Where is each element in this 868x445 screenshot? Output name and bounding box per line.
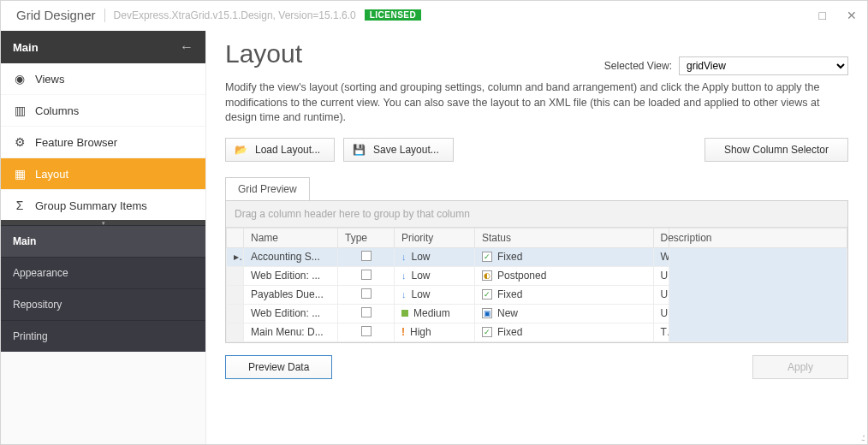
cell-priority[interactable]: Medium: [395, 304, 475, 323]
group-printing[interactable]: Printing: [1, 320, 205, 352]
sidebar-item-label: Columns: [35, 104, 79, 117]
vertical-scrollbar[interactable]: [669, 247, 847, 341]
sidebar-item-label: Layout: [35, 168, 68, 181]
grid-preview: Drag a column header here to group by th…: [225, 200, 848, 343]
tab-grid-preview[interactable]: Grid Preview: [225, 177, 310, 200]
group-appearance[interactable]: Appearance: [1, 257, 205, 288]
eye-icon: ◉: [13, 72, 27, 86]
checkbox-icon[interactable]: [361, 288, 372, 299]
priority-high-icon: !: [401, 326, 405, 338]
footer: Preview Data Apply: [225, 343, 848, 379]
checkbox-icon[interactable]: [361, 326, 372, 336]
cell-status[interactable]: ▣New: [475, 304, 654, 323]
cell-type[interactable]: [338, 247, 395, 266]
cell-status[interactable]: ✓Fixed: [475, 247, 654, 266]
sidebar-item-views[interactable]: ◉ Views: [1, 63, 205, 95]
col-description[interactable]: Description: [653, 228, 669, 247]
cell-description[interactable]: When entering a new transaction into the…: [653, 247, 669, 266]
status-fixed-icon: ✓: [482, 252, 492, 262]
col-priority[interactable]: Priority: [395, 228, 475, 247]
cell-name[interactable]: Payables Due...: [244, 285, 338, 304]
tabs: Grid Preview: [225, 177, 848, 200]
save-layout-button[interactable]: 💾 Save Layout...: [343, 138, 454, 162]
expand-handle[interactable]: [1, 220, 205, 225]
group-main[interactable]: Main: [1, 225, 205, 257]
status-new-icon: ▣: [482, 308, 492, 318]
layout-icon: ▦: [13, 167, 27, 181]
sidebar-item-group-summary[interactable]: Σ Group Summary Items: [1, 190, 205, 225]
status-fixed-icon: ✓: [482, 327, 492, 337]
cell-name[interactable]: Web Edition: ...: [244, 304, 338, 323]
group-repository[interactable]: Repository: [1, 288, 205, 320]
preview-data-button[interactable]: Preview Data: [225, 355, 332, 379]
show-column-selector-button[interactable]: Show Column Selector: [705, 138, 848, 162]
sidebar-items: ◉ Views ▥ Columns ⚙ Feature Browser ▦ La…: [1, 63, 205, 225]
col-status[interactable]: Status: [475, 228, 654, 247]
maximize-icon[interactable]: □: [819, 9, 826, 22]
cell-status[interactable]: ◐Postponed: [475, 266, 654, 285]
save-icon: 💾: [353, 144, 365, 156]
sidebar-title: Main: [13, 41, 39, 54]
sidebar-item-label: Feature Browser: [35, 136, 117, 149]
sidebar: Main ← ◉ Views ▥ Columns ⚙ Feature Brows…: [1, 31, 206, 444]
app-title: Grid Designer: [16, 8, 96, 22]
indicator-header: [227, 228, 244, 247]
cell-priority[interactable]: !High: [395, 323, 475, 341]
column-headers: Name Type Priority Status Description: [227, 228, 847, 247]
cell-type[interactable]: [338, 304, 395, 323]
back-arrow-icon[interactable]: ←: [180, 39, 193, 55]
gear-icon: ⚙: [13, 135, 27, 149]
selected-view-label: Selected View:: [604, 60, 672, 72]
priority-medium-icon: [401, 310, 408, 317]
cell-description[interactable]: Unable to search for transactions via th…: [653, 304, 669, 323]
cell-type[interactable]: [338, 266, 395, 285]
sigma-icon: Σ: [13, 199, 27, 212]
cell-type[interactable]: [338, 323, 395, 341]
table-row[interactable]: ▸ Accounting S... ↓Low ✓Fixed When enter…: [227, 247, 847, 266]
load-layout-button[interactable]: 📂 Load Layout...: [225, 138, 335, 162]
columns-icon: ▥: [13, 104, 27, 117]
selected-view-dropdown[interactable]: gridView: [679, 56, 848, 75]
cell-description[interactable]: There are duplicate items in the main me…: [653, 323, 669, 341]
cell-name[interactable]: Main Menu: D...: [244, 323, 338, 341]
main-content: Layout Selected View: gridView Modify th…: [206, 31, 867, 444]
cell-name[interactable]: Web Edition: ...: [244, 266, 338, 285]
designer-window: Grid Designer DevExpress.XtraGrid.v15.1.…: [0, 0, 868, 445]
sidebar-item-label: Views: [35, 73, 64, 86]
cell-priority[interactable]: ↓Low: [395, 247, 475, 266]
resize-grip-icon[interactable]: .::: [861, 432, 864, 442]
checkbox-icon[interactable]: [361, 251, 372, 261]
cell-priority[interactable]: ↓Low: [395, 266, 475, 285]
cell-status[interactable]: ✓Fixed: [475, 323, 654, 341]
cell-status[interactable]: ✓Fixed: [475, 285, 654, 304]
titlebar: Grid Designer DevExpress.XtraGrid.v15.1.…: [1, 1, 867, 31]
button-label: Load Layout...: [255, 144, 320, 156]
sidebar-item-layout[interactable]: ▦ Layout: [1, 158, 205, 190]
priority-low-icon: ↓: [401, 270, 407, 281]
sidebar-item-label: Group Summary Items: [35, 199, 147, 212]
sidebar-item-columns[interactable]: ▥ Columns: [1, 95, 205, 127]
page-heading: Layout: [225, 39, 302, 68]
button-label: Show Column Selector: [724, 144, 829, 156]
folder-open-icon: 📂: [235, 144, 247, 156]
col-type[interactable]: Type: [338, 228, 395, 247]
close-icon[interactable]: ✕: [847, 9, 857, 22]
checkbox-icon[interactable]: [361, 307, 372, 317]
sidebar-groups: Main Appearance Repository Printing: [1, 225, 205, 352]
cell-description[interactable]: Unable to enter data into the web editio…: [653, 266, 669, 285]
group-by-bar[interactable]: Drag a column header here to group by th…: [226, 201, 847, 228]
sidebar-header: Main ←: [1, 31, 205, 63]
cell-priority[interactable]: ↓Low: [395, 285, 475, 304]
sidebar-item-feature-browser[interactable]: ⚙ Feature Browser: [1, 127, 205, 158]
cell-type[interactable]: [338, 285, 395, 304]
current-row-indicator-icon: ▸: [227, 247, 244, 266]
status-fixed-icon: ✓: [482, 289, 492, 300]
cell-description[interactable]: Unable to calculate payables due.: [653, 285, 669, 304]
toolbar: 📂 Load Layout... 💾 Save Layout... Show C…: [225, 138, 848, 162]
status-postponed-icon: ◐: [482, 270, 492, 281]
checkbox-icon[interactable]: [361, 270, 372, 280]
page-description: Modify the view's layout (sorting and gr…: [225, 80, 848, 126]
cell-name[interactable]: Accounting S...: [244, 247, 338, 266]
col-name[interactable]: Name: [244, 228, 338, 247]
button-label: Save Layout...: [373, 144, 439, 156]
